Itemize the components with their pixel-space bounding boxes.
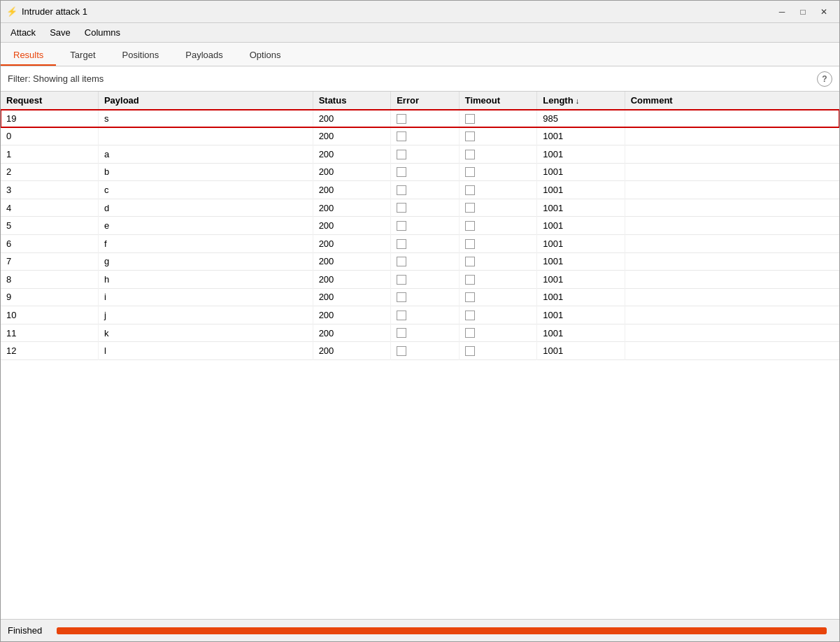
table-cell: 3 <box>1 181 98 199</box>
table-row[interactable]: 02001001 <box>1 127 839 145</box>
table-row[interactable]: 9i2001001 <box>1 288 839 306</box>
tab-payloads[interactable]: Payloads <box>173 45 235 66</box>
error-checkbox[interactable] <box>397 114 406 124</box>
timeout-checkbox[interactable] <box>465 275 475 285</box>
table-row[interactable]: 6f2001001 <box>1 234 839 252</box>
table-cell <box>391 217 460 235</box>
filter-text: Filter: Showing all items <box>8 73 817 84</box>
error-checkbox[interactable] <box>397 131 406 141</box>
error-checkbox[interactable] <box>397 311 406 320</box>
col-header-comment[interactable]: Comment <box>625 92 839 110</box>
table-cell: 1001 <box>537 234 625 252</box>
table-row[interactable]: 5e2001001 <box>1 217 839 235</box>
table-cell <box>391 110 460 128</box>
menu-save[interactable]: Save <box>43 24 78 41</box>
col-header-timeout[interactable]: Timeout <box>459 92 537 110</box>
table-cell: 1001 <box>537 127 625 145</box>
table-row[interactable]: 11k2001001 <box>1 324 839 342</box>
tab-bar: Results Target Positions Payloads Option… <box>1 43 839 66</box>
table-cell <box>625 342 839 360</box>
maximize-button[interactable]: □ <box>793 5 813 19</box>
table-cell <box>625 217 839 235</box>
timeout-checkbox[interactable] <box>465 167 475 177</box>
table-row[interactable]: 4d2001001 <box>1 199 839 217</box>
table-row[interactable]: 2b2001001 <box>1 163 839 181</box>
minimize-button[interactable]: ─ <box>772 5 792 19</box>
menu-columns[interactable]: Columns <box>78 24 127 41</box>
timeout-checkbox[interactable] <box>465 346 475 356</box>
table-cell: 7 <box>1 252 98 271</box>
col-header-request[interactable]: Request <box>1 92 98 110</box>
error-checkbox[interactable] <box>397 328 406 338</box>
table-row[interactable]: 8h2001001 <box>1 271 839 289</box>
status-text: Finished <box>8 625 50 636</box>
table-cell: l <box>98 342 313 360</box>
table-cell: 200 <box>313 252 391 271</box>
timeout-checkbox[interactable] <box>465 292 475 302</box>
error-checkbox[interactable] <box>397 167 406 177</box>
table-cell: i <box>98 288 313 306</box>
table-cell: s <box>98 110 313 128</box>
menu-attack[interactable]: Attack <box>3 24 43 41</box>
table-cell <box>391 163 460 181</box>
timeout-checkbox[interactable] <box>465 257 475 266</box>
tab-positions[interactable]: Positions <box>110 45 172 66</box>
timeout-checkbox[interactable] <box>465 221 475 231</box>
error-checkbox[interactable] <box>397 239 406 249</box>
error-checkbox[interactable] <box>397 346 406 356</box>
table-cell <box>459 252 537 271</box>
timeout-checkbox[interactable] <box>465 239 475 249</box>
tab-target[interactable]: Target <box>57 45 108 66</box>
table-body: 19s200985020010011a20010012b20010013c200… <box>1 110 839 360</box>
title-bar: ⚡ Intruder attack 1 ─ □ ✕ <box>1 1 839 23</box>
table-row[interactable]: 10j2001001 <box>1 306 839 324</box>
timeout-checkbox[interactable] <box>465 203 475 213</box>
table-cell: 200 <box>313 342 391 360</box>
table-wrapper[interactable]: Request Payload Status Error Timeout Len… <box>1 92 839 618</box>
table-row[interactable]: 12l2001001 <box>1 342 839 360</box>
error-checkbox[interactable] <box>397 257 406 266</box>
filter-help-button[interactable]: ? <box>817 71 832 87</box>
col-header-status[interactable]: Status <box>313 92 391 110</box>
error-checkbox[interactable] <box>397 275 406 285</box>
error-checkbox[interactable] <box>397 292 406 302</box>
timeout-checkbox[interactable] <box>465 150 475 159</box>
timeout-checkbox[interactable] <box>465 311 475 320</box>
error-checkbox[interactable] <box>397 150 406 159</box>
filter-bar: Filter: Showing all items ? <box>1 66 839 92</box>
table-cell <box>625 163 839 181</box>
table-cell <box>391 288 460 306</box>
error-checkbox[interactable] <box>397 185 406 195</box>
main-window: ⚡ Intruder attack 1 ─ □ ✕ Attack Save Co… <box>0 0 840 642</box>
table-cell: 1001 <box>537 181 625 199</box>
table-row[interactable]: 1a2001001 <box>1 145 839 164</box>
table-cell <box>391 342 460 360</box>
table-row[interactable]: 19s200985 <box>1 110 839 128</box>
table-cell: k <box>98 324 313 342</box>
table-header: Request Payload Status Error Timeout Len… <box>1 92 839 110</box>
table-cell: 1001 <box>537 306 625 324</box>
close-button[interactable]: ✕ <box>814 5 834 19</box>
table-row[interactable]: 3c2001001 <box>1 181 839 199</box>
table-cell: 200 <box>313 145 391 164</box>
tab-options[interactable]: Options <box>237 45 294 66</box>
table-cell <box>459 288 537 306</box>
tab-results[interactable]: Results <box>1 45 56 66</box>
table-cell <box>98 127 313 145</box>
table-cell <box>459 163 537 181</box>
error-checkbox[interactable] <box>397 203 406 213</box>
table-cell <box>391 306 460 324</box>
table-cell <box>459 306 537 324</box>
timeout-checkbox[interactable] <box>465 131 475 141</box>
timeout-checkbox[interactable] <box>465 328 475 338</box>
error-checkbox[interactable] <box>397 221 406 231</box>
timeout-checkbox[interactable] <box>465 185 475 195</box>
table-cell: c <box>98 181 313 199</box>
col-header-error[interactable]: Error <box>391 92 460 110</box>
col-header-payload[interactable]: Payload <box>98 92 313 110</box>
timeout-checkbox[interactable] <box>465 114 475 124</box>
col-header-length[interactable]: Length <box>537 92 625 110</box>
table-cell: b <box>98 163 313 181</box>
table-cell: 1 <box>1 145 98 164</box>
table-row[interactable]: 7g2001001 <box>1 252 839 271</box>
